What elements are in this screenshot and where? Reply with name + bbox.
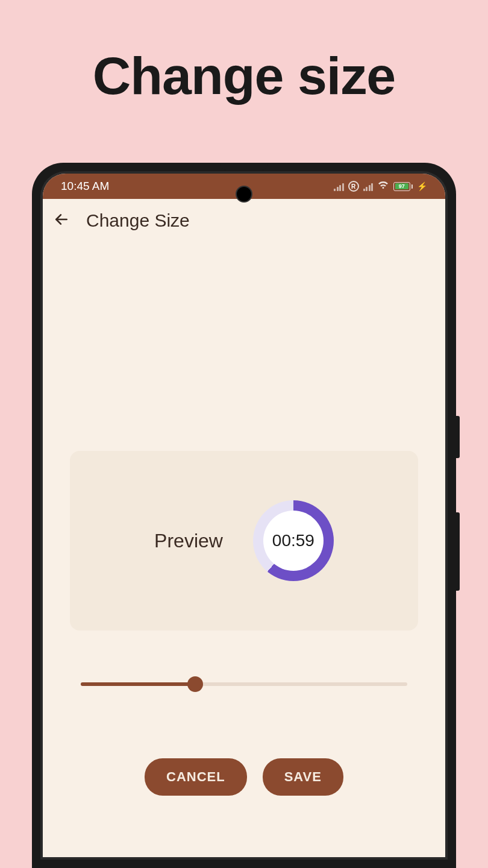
phone-frame: 10:45 AM R [32,163,456,868]
app-header: Change Size [43,199,445,242]
preview-card: Preview 00:59 [70,451,418,631]
wifi-icon [377,180,389,193]
signal-icon-2 [363,182,374,191]
timer-value: 00:59 [272,531,314,550]
header-title: Change Size [86,210,190,231]
charging-icon: ⚡ [417,181,427,191]
page-title: Change size [0,45,488,107]
save-button[interactable]: SAVE [263,758,343,796]
camera-hole [236,186,252,203]
size-slider[interactable] [70,675,418,693]
registered-icon: R [348,181,359,192]
slider-thumb[interactable] [187,676,203,692]
back-arrow-icon[interactable] [54,212,69,230]
battery-icon: 97 [393,182,413,191]
timer-widget: 00:59 [253,500,334,581]
signal-icon [334,182,344,191]
status-time: 10:45 AM [61,180,109,193]
preview-label: Preview [154,530,223,552]
cancel-button[interactable]: CANCEL [145,758,247,796]
